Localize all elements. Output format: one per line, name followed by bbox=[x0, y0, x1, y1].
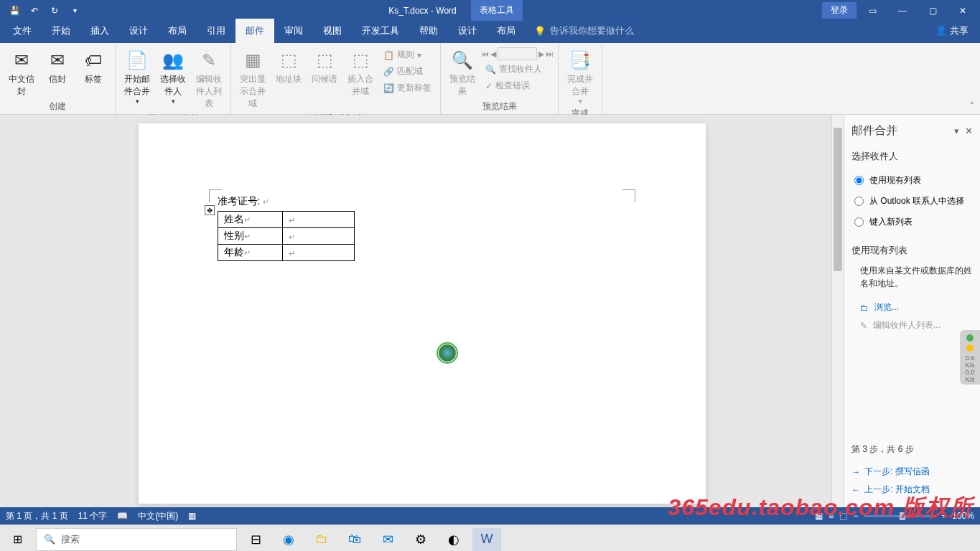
edit-icon: ✎ bbox=[860, 321, 867, 331]
labels-button[interactable]: 🏷标签 bbox=[76, 47, 111, 87]
minimize-button[interactable]: — bbox=[888, 2, 917, 19]
table-cell[interactable]: 年龄↵ bbox=[218, 245, 282, 261]
store-icon[interactable]: 🛍 bbox=[340, 528, 369, 551]
radio-input[interactable] bbox=[854, 217, 864, 227]
spell-check-icon[interactable]: 📖 bbox=[117, 511, 128, 521]
last-record-button: ⏭ bbox=[546, 50, 554, 58]
tab-table-design[interactable]: 设计 bbox=[448, 19, 487, 43]
chinese-envelope-button[interactable]: ✉中文信封 bbox=[4, 47, 39, 99]
address-block-button: ⬚地址块 bbox=[271, 47, 306, 87]
table-cell[interactable]: 性别↵ bbox=[218, 228, 282, 245]
quick-access-toolbar: 💾 ↶ ↻ ▾ bbox=[0, 2, 89, 19]
table-cell[interactable]: 姓名↵ bbox=[218, 212, 282, 228]
task-view-button[interactable]: ⊟ bbox=[241, 528, 270, 551]
table-row[interactable]: 姓名↵↵ bbox=[218, 212, 354, 228]
ribbon-tabs: 文件 开始 插入 设计 布局 引用 邮件 审阅 视图 开发工具 帮助 设计 布局… bbox=[0, 21, 980, 43]
search-box[interactable]: 🔍 搜索 bbox=[36, 528, 237, 551]
edge-icon[interactable]: ◉ bbox=[274, 528, 303, 551]
step-indicator: 第 3 步，共 6 步 bbox=[851, 443, 973, 456]
preview-icon: 🔍 bbox=[451, 49, 474, 72]
record-navigation: ⏮ ◀ ▶ ⏭ bbox=[481, 47, 554, 60]
workspace: ✥ 准考证号: ↵ 姓名↵↵ 性别↵↵ 年龄↵↵ 邮件合并 ▾ ✕ 选择收件人 … bbox=[0, 115, 980, 507]
tab-review[interactable]: 审阅 bbox=[274, 19, 313, 43]
table-cell[interactable]: ↵ bbox=[282, 245, 354, 261]
qat-customize[interactable]: ▾ bbox=[66, 2, 83, 19]
macro-icon[interactable]: ▦ bbox=[188, 511, 196, 521]
pane-title: 邮件合并 bbox=[851, 123, 897, 138]
page-content[interactable]: ✥ 准考证号: ↵ 姓名↵↵ 性别↵↵ 年龄↵↵ bbox=[218, 195, 355, 261]
settings-icon[interactable]: ⚙ bbox=[406, 528, 435, 551]
page: ✥ 准考证号: ↵ 姓名↵↵ 性别↵↵ 年龄↵↵ bbox=[139, 123, 706, 504]
tab-developer[interactable]: 开发工具 bbox=[352, 19, 409, 43]
ribbon-display-button[interactable]: ▭ bbox=[858, 2, 887, 19]
undo-button[interactable]: ↶ bbox=[26, 2, 43, 19]
edit-recipient-list-button: ✎编辑收件人列表 bbox=[192, 47, 226, 111]
maximize-button[interactable]: ▢ bbox=[918, 2, 947, 19]
browser-icon[interactable]: ◐ bbox=[439, 528, 468, 551]
tab-view[interactable]: 视图 bbox=[313, 19, 352, 43]
share-button[interactable]: 👤 共享 bbox=[924, 19, 980, 43]
tab-design[interactable]: 设计 bbox=[119, 19, 158, 43]
label-icon: 🏷 bbox=[82, 49, 105, 72]
option-new-list[interactable]: 键入新列表 bbox=[851, 212, 973, 232]
collapse-ribbon-button[interactable]: ˄ bbox=[970, 101, 974, 111]
close-button[interactable]: ✕ bbox=[948, 2, 977, 19]
option-outlook[interactable]: 从 Outlook 联系人中选择 bbox=[851, 191, 973, 212]
finish-merge-button: 📑完成并合并▾ bbox=[563, 47, 597, 106]
mail-icon[interactable]: ✉ bbox=[373, 528, 402, 551]
login-button[interactable]: 登录 bbox=[822, 2, 857, 19]
tab-file[interactable]: 文件 bbox=[3, 19, 42, 43]
page-indicator[interactable]: 第 1 页，共 1 页 bbox=[6, 510, 68, 522]
table-cell[interactable]: ↵ bbox=[282, 212, 354, 228]
tab-home[interactable]: 开始 bbox=[42, 19, 80, 43]
start-button[interactable]: ⊞ bbox=[3, 528, 32, 551]
tab-references[interactable]: 引用 bbox=[197, 19, 235, 43]
language-indicator[interactable]: 中文(中国) bbox=[138, 510, 178, 522]
table-row[interactable]: 性别↵↵ bbox=[218, 228, 354, 245]
pane-options-button[interactable]: ▾ bbox=[954, 126, 959, 136]
table-tools-label: 表格工具 bbox=[471, 0, 523, 21]
search-icon: 🔍 bbox=[44, 534, 55, 545]
start-merge-button[interactable]: 📄开始邮件合并▾ bbox=[120, 47, 154, 106]
word-icon[interactable]: W bbox=[472, 528, 501, 551]
next-record-button: ▶ bbox=[538, 50, 544, 59]
document-icon: 📄 bbox=[126, 49, 149, 72]
table-row[interactable]: 年龄↵↵ bbox=[218, 245, 354, 261]
tab-mailings[interactable]: 邮件 bbox=[235, 19, 274, 43]
tab-table-layout[interactable]: 布局 bbox=[487, 19, 526, 43]
vertical-scrollbar[interactable] bbox=[831, 115, 844, 507]
group-start-merge: 📄开始邮件合并▾ 👥选择收件人▾ ✎编辑收件人列表 开始邮件合并 bbox=[116, 43, 231, 114]
radio-input[interactable] bbox=[854, 176, 864, 185]
tell-me-search[interactable]: 💡 告诉我你想要做什么 bbox=[526, 19, 643, 43]
table-cell[interactable]: ↵ bbox=[282, 228, 354, 245]
group-finish: 📑完成并合并▾ 完成 bbox=[559, 43, 602, 114]
envelope-button[interactable]: ✉信封 bbox=[40, 47, 75, 87]
tab-help[interactable]: 帮助 bbox=[409, 19, 448, 43]
margin-corner bbox=[622, 189, 635, 202]
update-labels-button: 🔄 更新标签 bbox=[379, 80, 436, 95]
explorer-icon[interactable]: 🗀 bbox=[307, 528, 336, 551]
text-line[interactable]: 准考证号: ↵ bbox=[218, 195, 355, 208]
document-area[interactable]: ✥ 准考证号: ↵ 姓名↵↵ 性别↵↵ 年龄↵↵ bbox=[0, 115, 844, 507]
address-icon: ⬚ bbox=[277, 49, 300, 72]
word-count[interactable]: 11 个字 bbox=[78, 510, 108, 522]
edit-list-link: ✎编辑收件人列表... bbox=[851, 316, 973, 334]
browse-link[interactable]: 🗀浏览... bbox=[851, 298, 973, 316]
select-recipients-button[interactable]: 👥选择收件人▾ bbox=[156, 47, 190, 106]
redo-button[interactable]: ↻ bbox=[46, 2, 63, 19]
pane-close-button[interactable]: ✕ bbox=[965, 126, 973, 136]
table-move-handle[interactable]: ✥ bbox=[205, 205, 215, 215]
save-button[interactable]: 💾 bbox=[6, 2, 23, 19]
find-recipient-button: 🔍 查找收件人 bbox=[481, 62, 554, 77]
tab-insert[interactable]: 插入 bbox=[80, 19, 119, 43]
record-number-input bbox=[498, 47, 537, 60]
next-step-link[interactable]: →下一步: 撰写信函 bbox=[851, 463, 973, 481]
option-use-existing[interactable]: 使用现有列表 bbox=[851, 170, 973, 191]
tab-layout[interactable]: 布局 bbox=[158, 19, 197, 43]
field-icon: ⬚ bbox=[349, 49, 372, 72]
document-table[interactable]: 姓名↵↵ 性别↵↵ 年龄↵↵ bbox=[218, 211, 355, 261]
group-label: 预览结果 bbox=[445, 99, 554, 114]
watermark: 365edu.taobao.com 版权所 bbox=[668, 492, 973, 524]
section-title: 选择收件人 bbox=[851, 150, 973, 163]
radio-input[interactable] bbox=[854, 197, 864, 206]
